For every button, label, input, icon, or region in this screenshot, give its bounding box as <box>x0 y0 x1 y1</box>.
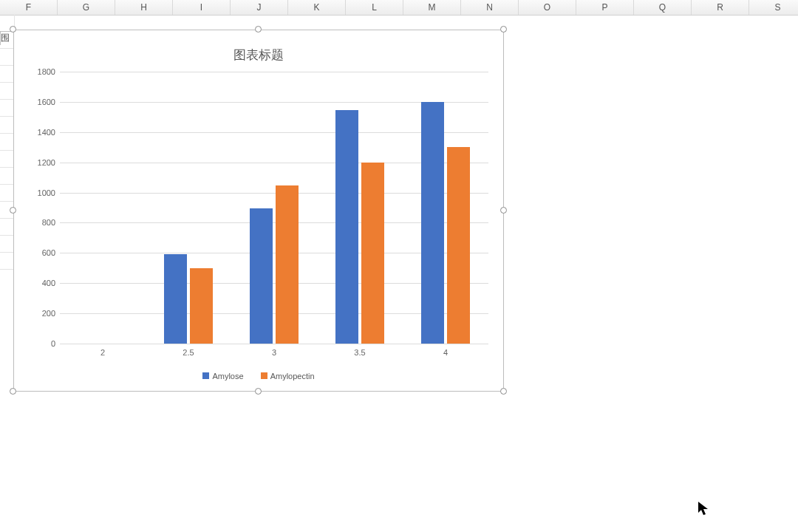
cell-fragment-left[interactable]: 围 <box>0 31 15 45</box>
column-header-M[interactable]: M <box>403 0 461 15</box>
selection-handle[interactable] <box>500 207 507 214</box>
column-header-H[interactable]: H <box>115 0 173 15</box>
legend-label: Amylopectin <box>270 372 315 381</box>
y-tick-label: 1000 <box>23 188 55 197</box>
legend-swatch-icon <box>261 372 267 379</box>
bar-amylopectin-3.5[interactable] <box>361 163 384 344</box>
y-tick-label: 400 <box>23 279 55 287</box>
y-tick-label: 200 <box>23 309 55 318</box>
column-header-I[interactable]: I <box>173 0 231 15</box>
x-tick-label: 3.5 <box>354 348 365 357</box>
column-header-N[interactable]: N <box>461 0 519 15</box>
selection-handle[interactable] <box>500 26 507 33</box>
legend-swatch-icon <box>202 372 209 379</box>
plot-inner: 02004006008001000120014001600180022.533.… <box>60 72 488 344</box>
legend-label: Amylose <box>212 372 243 381</box>
gridline <box>60 72 488 72</box>
column-header-Q[interactable]: Q <box>634 0 692 15</box>
column-header-J[interactable]: J <box>231 0 288 15</box>
selection-handle[interactable] <box>255 26 262 33</box>
column-header-F[interactable]: F <box>0 0 58 15</box>
x-tick-label: 2.5 <box>183 348 194 357</box>
column-header-P[interactable]: P <box>576 0 634 15</box>
column-header-L[interactable]: L <box>346 0 403 15</box>
selection-handle[interactable] <box>10 26 16 33</box>
selection-handle[interactable] <box>255 388 262 395</box>
x-tick-label: 2 <box>100 348 105 357</box>
bar-amylose-2.5[interactable] <box>164 254 187 344</box>
chart-object[interactable]: 图表标题 02004006008001000120014001600180022… <box>13 30 504 392</box>
column-header-S[interactable]: S <box>749 0 798 15</box>
legend[interactable]: Amylose Amylopectin <box>14 372 503 381</box>
selection-handle[interactable] <box>10 388 16 395</box>
y-tick-label: 800 <box>23 218 55 227</box>
column-header-G[interactable]: G <box>58 0 115 15</box>
bar-amylose-3.5[interactable] <box>335 110 358 344</box>
y-tick-label: 600 <box>23 248 55 257</box>
y-tick-label: 0 <box>23 339 55 348</box>
column-header-R[interactable]: R <box>692 0 749 15</box>
gridline <box>60 344 488 344</box>
y-tick-label: 1600 <box>23 98 55 106</box>
cursor-icon <box>698 501 709 517</box>
selection-handle[interactable] <box>10 207 16 214</box>
x-tick-label: 4 <box>443 348 448 357</box>
legend-item-amylose[interactable]: Amylose <box>202 372 243 381</box>
y-tick-label: 1800 <box>23 67 55 76</box>
column-header-row: FGHIJKLMNOPQRS <box>0 0 798 16</box>
x-tick-label: 3 <box>272 348 276 357</box>
bar-amylopectin-4[interactable] <box>447 147 470 344</box>
bar-amylose-4[interactable] <box>421 102 444 344</box>
plot-area[interactable]: 02004006008001000120014001600180022.533.… <box>60 72 488 344</box>
y-tick-label: 1200 <box>23 158 55 167</box>
y-tick-label: 1400 <box>23 128 55 137</box>
column-header-K[interactable]: K <box>288 0 346 15</box>
bar-amylopectin-3[interactable] <box>276 185 299 344</box>
chart-title[interactable]: 图表标题 <box>14 47 503 64</box>
column-header-O[interactable]: O <box>519 0 576 15</box>
row-gutter <box>0 15 15 266</box>
bar-amylose-3[interactable] <box>250 208 273 344</box>
selection-handle[interactable] <box>500 388 507 395</box>
bar-amylopectin-2.5[interactable] <box>190 268 213 344</box>
legend-item-amylopectin[interactable]: Amylopectin <box>261 372 315 381</box>
